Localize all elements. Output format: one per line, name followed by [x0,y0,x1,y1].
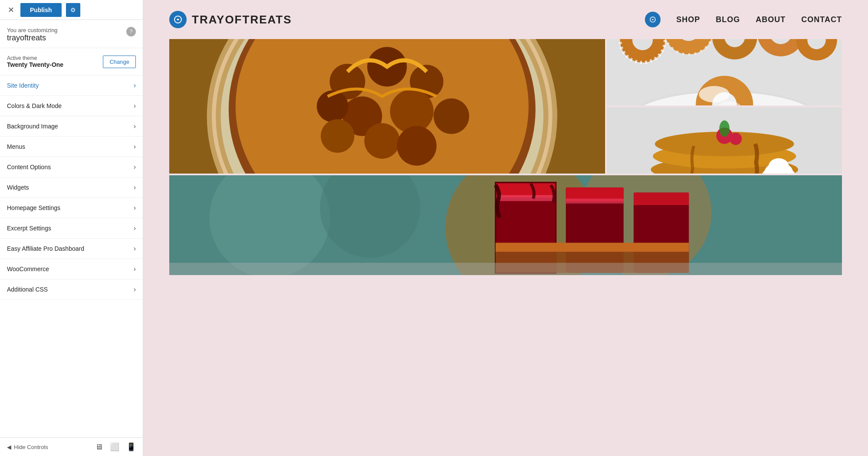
nav-item-additional-css[interactable]: Additional CSS › [0,279,143,300]
svg-point-15 [434,98,469,134]
site-content [143,39,868,292]
nav-edit-icon[interactable] [645,12,661,27]
preview-mode-icons: 🖥 ⬜ 📱 [95,442,136,452]
site-preview: TRAYOFTREATS SHOP BLOG ABOUT CONTACT [143,0,868,456]
nav-item-widgets[interactable]: Widgets › [0,177,143,198]
nav-item-label: WooCommerce [7,266,49,272]
nav-item-label: Content Options [7,164,51,171]
site-nav: SHOP BLOG ABOUT CONTACT [645,12,842,27]
pie-photo [169,39,605,174]
nav-link-contact[interactable]: CONTACT [801,15,842,24]
customizing-section: You are customizing trayoftreats ? [0,20,143,48]
nav-item-content-options[interactable]: Content Options › [0,157,143,177]
nav-item-woocommerce[interactable]: WooCommerce › [0,259,143,279]
active-theme-section: Active theme Twenty Twenty-One Change [0,48,143,75]
nav-item-label: Widgets [7,184,29,191]
svg-point-44 [719,121,730,137]
site-logo-icon[interactable] [169,11,187,28]
sidebar-header: ✕ Publish ⚙ [0,0,143,20]
customizer-sidebar: ✕ Publish ⚙ You are customizing trayoftr… [0,0,143,456]
theme-name: Twenty Twenty-One [7,61,63,68]
chevron-right-icon: › [134,184,136,191]
nav-links: SHOP BLOG ABOUT CONTACT [676,15,842,24]
svg-rect-62 [634,193,689,205]
nav-link-about[interactable]: ABOUT [756,15,786,24]
customizer-nav: Site Identity › Colors & Dark Mode › Bac… [0,75,143,437]
nav-item-label: Menus [7,143,25,150]
chevron-right-icon: › [134,143,136,151]
site-title: TRAYOFTREATS [192,13,292,26]
hide-controls-arrow-icon: ◀ [7,444,11,450]
donuts-photo [607,39,842,105]
nav-item-label: Background Image [7,123,58,130]
svg-point-9 [390,89,434,133]
svg-rect-56 [496,195,556,201]
chevron-right-icon: › [134,224,136,232]
customizing-label: You are customizing [7,27,58,33]
cake-photo [169,175,842,275]
nav-item-label: Excerpt Settings [7,225,51,232]
nav-item-background-image[interactable]: Background Image › [0,116,143,137]
mobile-preview-button[interactable]: 📱 [126,442,136,452]
close-button[interactable]: ✕ [5,3,17,16]
help-button[interactable]: ? [126,27,136,36]
sidebar-footer: ◀ Hide Controls 🖥 ⬜ 📱 [0,437,143,456]
nav-item-excerpt-settings[interactable]: Excerpt Settings › [0,218,143,239]
chevron-right-icon: › [134,245,136,253]
site-logo-area: TRAYOFTREATS [169,11,292,28]
nav-item-site-identity[interactable]: Site Identity › [0,75,143,96]
desktop-preview-button[interactable]: 🖥 [95,442,103,452]
svg-point-14 [321,119,355,153]
photo-grid-top [169,39,842,174]
svg-point-13 [397,126,437,166]
svg-rect-64 [496,243,689,252]
chevron-right-icon: › [134,122,136,130]
svg-rect-60 [566,199,624,204]
hide-controls-button[interactable]: ◀ Hide Controls [7,444,48,450]
publish-button[interactable]: Publish [20,3,62,17]
svg-point-43 [730,133,742,145]
site-header: TRAYOFTREATS SHOP BLOG ABOUT CONTACT [143,0,868,39]
hide-controls-label: Hide Controls [14,444,48,450]
tablet-preview-button[interactable]: ⬜ [110,442,119,452]
svg-rect-65 [169,263,842,275]
customizing-site-name: trayoftreats [7,33,58,43]
chevron-right-icon: › [134,265,136,273]
chevron-right-icon: › [134,285,136,293]
chevron-right-icon: › [134,163,136,171]
nav-link-shop[interactable]: SHOP [676,15,700,24]
nav-item-label: Colors & Dark Mode [7,102,62,109]
nav-item-label: Easy Affiliate Pro Dashboard [7,245,84,252]
nav-item-easy-affiliate-pro[interactable]: Easy Affiliate Pro Dashboard › [0,239,143,259]
photo-grid-right [607,39,842,174]
chevron-right-icon: › [134,204,136,212]
theme-label: Active theme [7,55,63,61]
chevron-right-icon: › [134,82,136,89]
pancakes-photo [607,107,842,174]
nav-item-colors-dark-mode[interactable]: Colors & Dark Mode › [0,96,143,116]
nav-item-homepage-settings[interactable]: Homepage Settings › [0,198,143,218]
settings-gear-button[interactable]: ⚙ [66,3,80,17]
nav-item-label: Additional CSS [7,286,48,293]
nav-item-menus[interactable]: Menus › [0,137,143,157]
change-theme-button[interactable]: Change [103,56,136,68]
svg-point-11 [364,123,400,159]
nav-item-label: Site Identity [7,82,39,89]
svg-point-34 [699,86,730,102]
nav-link-blog[interactable]: BLOG [716,15,740,24]
chevron-right-icon: › [134,102,136,110]
nav-item-label: Homepage Settings [7,204,60,211]
